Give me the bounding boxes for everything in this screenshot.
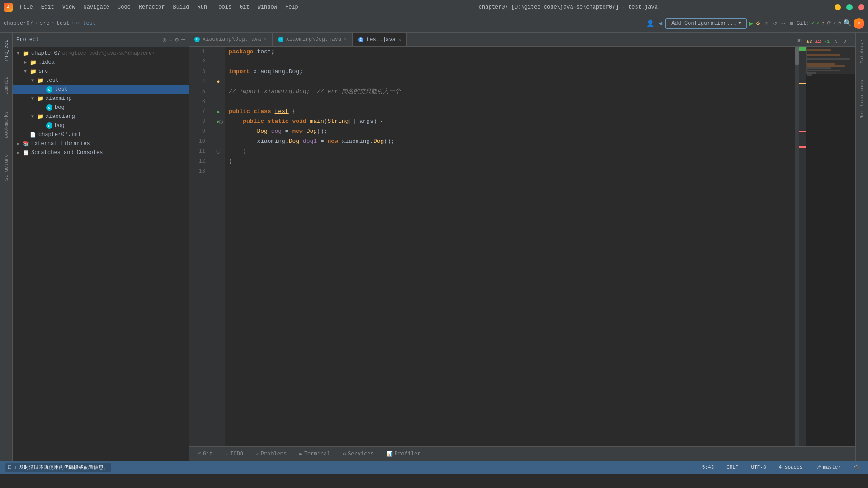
git-fetch-icon[interactable]: ⟳	[827, 20, 831, 27]
terminal-icon: ▶	[299, 451, 302, 457]
status-line-endings[interactable]: CRLF	[724, 464, 741, 471]
menu-edit[interactable]: Edit	[38, 3, 58, 11]
breadcrumb-chapter07[interactable]: chapter07	[4, 20, 33, 27]
more-icon[interactable]: ⋯	[780, 19, 786, 28]
close-button[interactable]	[858, 4, 864, 10]
title-bar: J File Edit View Navigate Code Refactor …	[0, 0, 868, 14]
menu-build[interactable]: Build	[169, 3, 193, 11]
status-power-icon[interactable]: 🔌	[851, 464, 863, 471]
scrollbar-thumb[interactable]	[795, 47, 799, 65]
search-button[interactable]: 🔍	[843, 19, 852, 28]
run-button[interactable]: ▶	[749, 19, 753, 28]
tree-item-iml[interactable]: 📄 chapter07.iml	[13, 130, 189, 139]
sidebar-tab-notifications[interactable]: Notifications	[859, 76, 866, 122]
tree-item-xiaoming-dog[interactable]: C Dog	[13, 103, 189, 112]
reload-icon[interactable]: ↺	[772, 19, 778, 28]
tree-item-src[interactable]: ▼ 📁 src	[13, 67, 189, 76]
tree-item-xiaoming[interactable]: ▼ 📁 xiaoming	[13, 94, 189, 103]
sidebar-tab-project[interactable]: Project	[3, 36, 10, 64]
bottom-tab-services[interactable]: ⚙ Services	[340, 447, 377, 461]
breadcrumb-test-class[interactable]: ⊙ test	[76, 20, 96, 27]
profile-icon[interactable]: 👤	[645, 19, 656, 28]
scroll-up-icon[interactable]: ∧	[832, 37, 839, 46]
status-encoding[interactable]: UTF-8	[749, 464, 769, 471]
tab-close-xiaoming[interactable]: ✕	[344, 37, 347, 42]
panel-minimize-icon[interactable]: —	[181, 36, 185, 43]
tree-item-root[interactable]: ▼ 📁 chapter07 D:\gitee_code\java-se\chap…	[13, 49, 189, 58]
status-indent[interactable]: 4 spaces	[776, 464, 806, 471]
gutter-3: 3	[189, 67, 208, 77]
sidebar-tab-structure[interactable]: Structure	[3, 150, 10, 184]
bottom-tab-problems[interactable]: ⚠ Problems	[253, 447, 289, 461]
panel-locate-icon[interactable]: ◎	[163, 36, 166, 43]
tree-item-ext-libs[interactable]: ▶ 📚 External Libraries	[13, 139, 189, 148]
git-check-icon[interactable]: ✓	[811, 20, 815, 27]
panel-settings-icon[interactable]: ⚙	[175, 36, 179, 43]
run-gutter-7[interactable]: ▶	[212, 107, 225, 117]
bottom-tab-todo[interactable]: ☑ TODO	[223, 447, 246, 461]
tab-test-java[interactable]: C test.java ✕	[353, 33, 407, 46]
status-position[interactable]: 5:43	[699, 464, 717, 471]
gutter-10: 10	[189, 136, 208, 146]
sidebar-tab-commit[interactable]: Commit	[3, 73, 10, 99]
coverage-icon[interactable]: ☂	[763, 19, 769, 28]
minimize-button[interactable]	[835, 4, 841, 10]
status-warning[interactable]: □ □ 及时清理不再使用的代码段或配置信息。	[5, 463, 111, 472]
tree-item-xiaoqiang-dog[interactable]: C Dog	[13, 121, 189, 130]
menu-refactor[interactable]: Refactor	[135, 3, 169, 11]
panel-collapse-icon[interactable]: ≡	[169, 36, 173, 43]
tab-close-test[interactable]: ✕	[398, 37, 401, 42]
vertical-scrollbar[interactable]	[795, 47, 799, 446]
git-push-icon[interactable]: ✓	[816, 20, 820, 27]
menu-run[interactable]: Run	[193, 3, 211, 11]
status-branch[interactable]: ⎇ master	[812, 464, 844, 471]
git-arrow-icon[interactable]: ↑	[821, 20, 825, 27]
code-editor[interactable]: 1 2 3 4 5 6 7 8 9 10 11 12 13 ●	[189, 47, 855, 446]
scroll-down-icon[interactable]: ∨	[842, 37, 848, 46]
stop-icon[interactable]: ◼	[788, 19, 795, 28]
status-warning-text: □ 及时清理不再使用的代码段或配置信息。	[13, 464, 108, 471]
tab-close-xiaoqiang[interactable]: ✕	[264, 37, 267, 42]
menu-tools[interactable]: Tools	[212, 3, 235, 11]
run-arrow-7[interactable]: ▶	[217, 108, 220, 115]
bottom-tab-profiler[interactable]: 📊 Profiler	[384, 447, 424, 461]
breadcrumb-src[interactable]: src	[40, 20, 50, 27]
maximize-button[interactable]	[846, 4, 853, 10]
folder-icon-xiaoming: 📁	[36, 95, 44, 102]
tree-item-idea[interactable]: ▶ 📁 .idea	[13, 58, 189, 67]
menu-navigate[interactable]: Navigate	[80, 3, 113, 11]
problems-icon: ⚠	[256, 451, 259, 457]
menu-code[interactable]: Code	[114, 3, 134, 11]
user-avatar[interactable]: A	[854, 18, 864, 29]
build-icon[interactable]: ⚙	[755, 19, 761, 28]
eye-icon[interactable]: 👁	[795, 37, 803, 46]
bottom-tab-terminal[interactable]: ▶ Terminal	[297, 447, 333, 461]
tab-xiaoming-dog[interactable]: C xiaoming\Dog.java ✕	[273, 33, 353, 46]
menu-view[interactable]: View	[59, 3, 79, 11]
tree-item-scratches[interactable]: ▶ 📋 Scratches and Consoles	[13, 148, 189, 157]
back-icon[interactable]: ◀	[657, 19, 664, 28]
menu-help[interactable]: Help	[282, 3, 302, 11]
tab-xiaoqiang-dog[interactable]: C xiaoqiang\Dog.java ✕	[189, 33, 273, 46]
git-undo-icon[interactable]: ↶	[833, 20, 836, 27]
tree-arrow-test-pkg: ▼	[29, 78, 36, 83]
tree-item-test-class[interactable]: C test	[13, 85, 189, 94]
bottom-tab-git[interactable]: ⎇ Git	[193, 447, 216, 461]
minimap-content	[806, 47, 855, 78]
menu-git[interactable]: Git	[236, 3, 253, 11]
tree-item-test-pkg[interactable]: ▼ 📁 test	[13, 76, 189, 85]
git-translate-icon[interactable]: ⚑	[838, 20, 841, 27]
add-configuration-button[interactable]: Add Configuration... ▼	[665, 18, 747, 29]
sidebar-tab-bookmarks[interactable]: Bookmarks	[3, 108, 10, 141]
breadcrumb-test-pkg[interactable]: test	[57, 20, 70, 27]
menu-window[interactable]: Window	[254, 3, 281, 11]
code-line-3: import xiaoqiang.Dog;	[225, 67, 795, 77]
sidebar-tab-database[interactable]: Database	[859, 36, 866, 67]
tree-item-xiaoqiang[interactable]: ▼ 📁 xiaoqiang	[13, 112, 189, 121]
code-content[interactable]: package test; import xiaoqiang.Dog; // i…	[225, 47, 795, 446]
gutter-13: 13	[189, 166, 208, 176]
status-right: 5:43 CRLF UTF-8 4 spaces ⎇ master 🔌	[699, 464, 863, 471]
menu-file[interactable]: File	[16, 3, 37, 11]
code-line-11: }	[225, 146, 795, 156]
gutter-1: 1	[189, 47, 208, 57]
